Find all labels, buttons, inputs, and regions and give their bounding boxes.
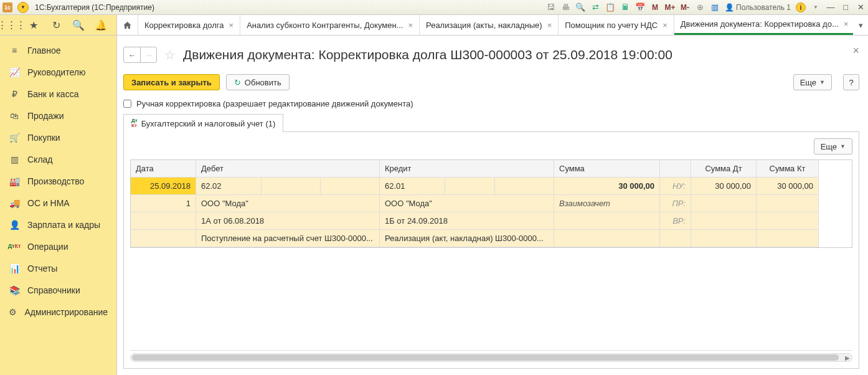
sidebar-item-assets[interactable]: 🚚ОС и НМА: [0, 192, 116, 214]
tab-document-movements[interactable]: Движения документа: Корректировка до... …: [674, 15, 853, 35]
col-lbl[interactable]: [660, 160, 691, 178]
panels-icon[interactable]: ▥: [709, 1, 721, 14]
sidebar-item-production[interactable]: 🏭Производство: [0, 170, 116, 192]
scroll-right-icon[interactable]: ▶: [843, 354, 852, 361]
info-dropdown-icon[interactable]: ▼: [809, 1, 822, 14]
table-row[interactable]: 25.09.2018 62.02 62.01 30 000,00 НУ: 30 …: [131, 178, 852, 195]
apps-icon[interactable]: ⋮⋮⋮: [0, 15, 22, 36]
clipboard-icon[interactable]: 📋: [604, 1, 616, 14]
tab-close-icon[interactable]: ×: [408, 21, 413, 30]
user-section[interactable]: 👤 Пользователь 1: [725, 3, 791, 12]
col-date[interactable]: Дата: [131, 160, 196, 178]
horizontal-scrollbar[interactable]: ▶: [130, 353, 852, 362]
table-row[interactable]: 1А от 06.08.2018 1Б от 24.09.2018 ВР:: [131, 212, 852, 230]
sidebar-item-refs[interactable]: 📚Справочники: [0, 279, 116, 301]
tab-close-icon[interactable]: ×: [844, 19, 849, 29]
memory-mminus-icon[interactable]: M-: [679, 1, 691, 14]
cell-note: Взаимозачет: [554, 195, 660, 212]
sidebar-item-bank[interactable]: ₽Банк и касса: [0, 83, 116, 105]
refresh-button[interactable]: ↻Обновить: [226, 74, 290, 90]
document-header: ← → ☆ Движения документа: Корректировка …: [123, 39, 859, 70]
sidebar-item-label: Зарплата и кадры: [27, 220, 100, 230]
notifications-icon[interactable]: 🔔: [90, 15, 112, 36]
col-credit[interactable]: Кредит: [380, 160, 554, 178]
cell-date: 25.09.2018: [131, 178, 196, 195]
person-icon: 👤: [9, 219, 20, 230]
calendar-icon[interactable]: 📅: [634, 1, 646, 14]
tab-vat-assistant[interactable]: Помощник по учету НДС ×: [559, 15, 674, 35]
cell-empty: [262, 178, 321, 195]
tab-label: Корректировка долга: [144, 21, 224, 30]
save-and-close-button[interactable]: Записать и закрыть: [123, 74, 220, 90]
tab-debt-correction[interactable]: Корректировка долга ×: [138, 15, 240, 35]
nav-back-button[interactable]: ←: [124, 47, 140, 62]
tab-realization[interactable]: Реализация (акты, накладные) ×: [420, 15, 559, 35]
sidebar-item-sales[interactable]: 🛍Продажи: [0, 105, 116, 126]
chart-icon: 📈: [9, 67, 20, 78]
home-button[interactable]: [117, 15, 138, 35]
search-icon[interactable]: 🔍: [67, 15, 90, 36]
scrollbar-thumb[interactable]: [132, 354, 839, 361]
preview-icon[interactable]: 🔍: [574, 1, 587, 14]
col-sum[interactable]: Сумма: [554, 160, 660, 178]
sidebar-item-reports[interactable]: 📊Отчеты: [0, 257, 116, 279]
tab-close-icon[interactable]: ×: [547, 21, 552, 30]
app-title: 1С:Бухгалтерия (1С:Предприятие): [35, 3, 154, 12]
cell-debit-doc: 1А от 06.08.2018: [196, 212, 380, 230]
table-more-button[interactable]: Еще▼: [814, 138, 852, 154]
close-window-button[interactable]: ✕: [855, 2, 866, 13]
cell-empty: [691, 212, 757, 230]
content: × ← → ☆ Движения документа: Корректировк…: [117, 36, 868, 375]
memory-mplus-icon[interactable]: M+: [664, 1, 676, 14]
table-toolbar: Еще▼: [130, 138, 852, 154]
sidebar-item-label: Руководителю: [27, 67, 85, 77]
favorite-star-icon[interactable]: ☆: [164, 47, 176, 62]
info-icon[interactable]: i: [796, 2, 806, 12]
manual-edit-label: Ручная корректировка (разрешает редактир…: [136, 99, 413, 108]
sidebar-item-operations[interactable]: ДтКтОперации: [0, 235, 116, 257]
sidebar-item-salary[interactable]: 👤Зарплата и кадры: [0, 214, 116, 235]
sidebar-item-label: Справочники: [27, 285, 80, 295]
sidebar-item-label: Банк и касса: [27, 89, 78, 99]
print-icon[interactable]: 🖶: [559, 1, 572, 14]
manual-edit-checkbox[interactable]: [123, 100, 131, 108]
save-icon[interactable]: 🖫: [544, 1, 557, 14]
table-row[interactable]: Поступление на расчетный счет Ш300-0000.…: [131, 230, 852, 247]
history-icon[interactable]: ↻: [45, 15, 67, 36]
app-menu-dropdown[interactable]: ▼: [17, 2, 29, 13]
zoom-icon[interactable]: ⊕: [694, 1, 706, 14]
tab-close-icon[interactable]: ×: [663, 21, 668, 30]
col-sum-kt[interactable]: Сумма Кт: [757, 160, 819, 178]
favorites-icon[interactable]: ★: [22, 15, 45, 36]
accounting-grid: Дата Дебет Кредит Сумма Сумма Дт Сумма К…: [130, 159, 852, 248]
close-document-button[interactable]: ×: [852, 44, 859, 57]
sidebar-item-manager[interactable]: 📈Руководителю: [0, 61, 116, 83]
sidebar-item-main[interactable]: ≡Главное: [0, 39, 116, 61]
calculator-icon[interactable]: 🖩: [619, 1, 631, 14]
maximize-button[interactable]: □: [840, 2, 851, 13]
memory-m-icon[interactable]: M: [649, 1, 661, 14]
sidebar-item-label: Склад: [27, 154, 53, 164]
cell-empty: [131, 230, 196, 247]
compare-icon[interactable]: ⇄: [589, 1, 601, 14]
sidebar-item-purchases[interactable]: 🛒Покупки: [0, 126, 116, 148]
cell-empty: [757, 212, 819, 230]
cell-sum: 30 000,00: [554, 178, 660, 195]
register-tab-accounting[interactable]: ДтКт Бухгалтерский и налоговый учет (1): [123, 114, 283, 132]
sidebar-item-warehouse[interactable]: ▥Склад: [0, 148, 116, 170]
minimize-button[interactable]: —: [825, 2, 836, 13]
grid-header-row: Дата Дебет Кредит Сумма Сумма Дт Сумма К…: [131, 160, 852, 178]
col-debit[interactable]: Дебет: [196, 160, 380, 178]
col-sum-dt[interactable]: Сумма Дт: [691, 160, 757, 178]
sidebar-item-admin[interactable]: ⚙Администрирование: [0, 301, 116, 323]
cell-empty: [554, 230, 660, 247]
more-button[interactable]: Еще▼: [793, 74, 832, 90]
tabs-menu-button[interactable]: ▾: [853, 15, 868, 35]
table-row[interactable]: 1 ООО "Мода" ООО "Мода" Взаимозачет ПР:: [131, 195, 852, 212]
nav-forward-button[interactable]: →: [140, 47, 156, 62]
tab-subconto-analysis[interactable]: Анализ субконто Контрагенты, Докумен... …: [240, 15, 420, 35]
help-button[interactable]: ?: [843, 74, 859, 90]
tab-close-icon[interactable]: ×: [229, 21, 234, 30]
grid-filler: [130, 248, 852, 351]
cell-credit-acc: 62.01: [380, 178, 445, 195]
